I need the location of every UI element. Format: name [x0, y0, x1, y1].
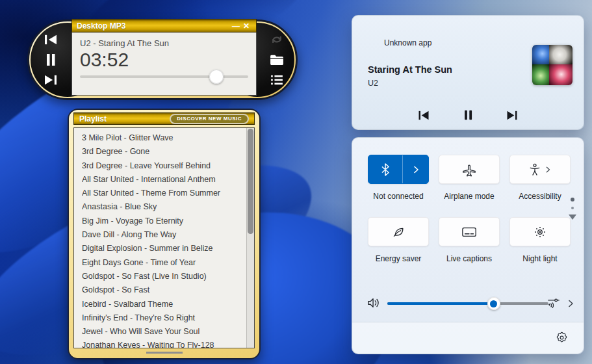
media-next-button[interactable]	[505, 109, 519, 122]
playlist-item[interactable]: Jonathan Keyes - Waiting To Fly-128	[82, 339, 241, 348]
energy-saver-tile[interactable]	[368, 217, 429, 246]
leaf-icon	[391, 225, 405, 239]
audio-output-chevron-icon[interactable]	[567, 298, 574, 310]
playlist-item[interactable]: 3rd Degree - Leave Yourself Behind	[82, 159, 241, 173]
live-captions-tile-label: Live captions	[446, 254, 492, 263]
quick-settings-pager	[569, 198, 576, 220]
next-icon	[506, 110, 519, 121]
album-art-quadrant	[532, 45, 549, 64]
player-titlebar[interactable]: Desktop MP3 — ✕	[71, 19, 257, 32]
previous-icon	[417, 110, 430, 121]
folder-icon	[270, 54, 284, 66]
player-content: U2 - Staring At The Sun 03:52	[71, 32, 257, 96]
playlist-item[interactable]: Anastasia - Blue Sky	[82, 200, 241, 214]
desktop: Desktop MP3 — ✕ U2 - Staring At The Sun …	[0, 0, 592, 364]
bluetooth-toggle[interactable]	[368, 155, 402, 183]
playlist-item[interactable]: Goldspot - So Fast (Live In Studio)	[82, 270, 241, 283]
volume-thumb[interactable]	[487, 297, 500, 310]
repeat-button[interactable]	[268, 32, 285, 47]
album-art	[532, 45, 573, 85]
album-art-quadrant	[549, 45, 573, 64]
playlist-window: Playlist DISCOVER NEW MUSIC 3 Mile Pilot…	[68, 109, 261, 359]
volume-fill	[387, 302, 494, 305]
pause-icon	[44, 53, 57, 66]
playlist-item[interactable]: Goldspot - So Fast	[82, 283, 241, 297]
pager-dot[interactable]	[571, 207, 574, 209]
playlist-title: Playlist	[79, 114, 170, 124]
playlist-item[interactable]: Dave Dill - Along The Way	[82, 228, 241, 242]
playlist-titlebar[interactable]: Playlist DISCOVER NEW MUSIC	[73, 112, 255, 125]
playlist-item[interactable]: 3 Mile Pilot - Glitter Wave	[82, 131, 241, 145]
airplane-mode-tile[interactable]	[439, 155, 500, 184]
previous-track-button[interactable]	[42, 32, 59, 47]
chevron-right-icon	[545, 166, 551, 173]
seek-slider[interactable]	[80, 70, 248, 84]
audio-output-selector-icon[interactable]	[547, 296, 560, 312]
playlist-item[interactable]: Digital Explosion - Summer in Belize	[82, 242, 241, 255]
media-previous-button[interactable]	[417, 109, 431, 122]
minimize-button[interactable]: —	[231, 21, 241, 31]
playlist-list-container: 3 Mile Pilot - Glitter Wave 3rd Degree -…	[73, 127, 255, 348]
media-artist: U2	[368, 79, 378, 88]
airplane-icon	[462, 162, 476, 177]
bluetooth-icon	[380, 163, 391, 176]
bluetooth-tile-label: Not connected	[373, 192, 423, 201]
media-track-title: Staring At The Sun	[368, 64, 452, 75]
airplane-mode-tile-label: Airplane mode	[444, 192, 494, 201]
playlist-item[interactable]: Jewel - Who Will Save Your Soul	[82, 325, 241, 339]
track-time: 03:52	[80, 49, 248, 71]
playlist-item[interactable]: Infinity's End - They're So Right	[82, 311, 241, 325]
album-art-quadrant	[549, 64, 573, 85]
player-main-window: Desktop MP3 — ✕ U2 - Staring At The Sun …	[71, 19, 257, 96]
playlist-item[interactable]: Icebird - Svalbard Theme	[82, 298, 241, 311]
accessibility-person-icon	[529, 163, 541, 176]
playlist-item[interactable]: 3rd Degree - Gone	[82, 145, 241, 159]
playlist-item[interactable]: All Star United - Theme From Summer	[82, 187, 241, 200]
pause-icon	[463, 109, 474, 121]
media-flyout-card: Unknown app Staring At The Sun U2	[352, 15, 584, 130]
chevron-right-icon	[412, 166, 420, 174]
mp3-player-window: Desktop MP3 — ✕ U2 - Staring At The Sun …	[27, 20, 298, 100]
quick-settings-footer	[352, 322, 584, 354]
captions-icon	[461, 226, 477, 239]
energy-saver-tile-label: Energy saver	[376, 254, 422, 263]
discover-new-music-button[interactable]: DISCOVER NEW MUSIC	[170, 114, 249, 124]
media-pause-button[interactable]	[461, 109, 475, 122]
quick-settings-panel: Not connected Airplane mode Accessibilit…	[352, 137, 584, 354]
previous-icon	[44, 34, 58, 46]
volume-row	[352, 296, 584, 311]
night-light-tile[interactable]	[509, 217, 571, 246]
accessibility-tile-label: Accessibility	[519, 192, 561, 201]
open-file-button[interactable]	[268, 53, 285, 67]
accessibility-tile[interactable]	[509, 155, 571, 184]
bluetooth-tile[interactable]	[368, 155, 429, 184]
settings-gear-icon[interactable]	[556, 332, 568, 346]
playlist-item[interactable]: Eight Days Gone - Time of Year	[82, 256, 241, 270]
bluetooth-expand[interactable]	[402, 155, 428, 183]
playlist-scrollbar[interactable]	[246, 128, 254, 348]
playlist-resize-grip[interactable]	[146, 352, 183, 354]
now-playing-track: U2 - Staring At The Sun	[80, 38, 248, 48]
pager-expand-arrow-icon[interactable]	[569, 214, 576, 220]
player-window-title: Desktop MP3	[77, 21, 231, 31]
playlist-item[interactable]: All Star United - International Anthem	[82, 173, 241, 187]
playlist-scrollbar-thumb[interactable]	[248, 129, 253, 234]
night-light-tile-label: Night light	[522, 254, 557, 263]
playlist-icon	[270, 75, 283, 85]
next-track-button[interactable]	[42, 73, 59, 87]
speaker-icon[interactable]	[367, 296, 381, 312]
pause-button[interactable]	[42, 53, 59, 67]
playlist-item[interactable]: Big Jim - Voyage To Eternity	[82, 214, 241, 228]
album-art-quadrant	[532, 64, 549, 85]
repeat-icon	[270, 34, 283, 45]
volume-slider[interactable]	[387, 297, 548, 310]
pager-dot-active[interactable]	[571, 198, 574, 202]
live-captions-tile[interactable]	[439, 217, 500, 246]
media-controls	[352, 109, 584, 122]
playlist-toggle-button[interactable]	[268, 73, 285, 87]
night-light-icon	[534, 226, 547, 239]
media-app-name: Unknown app	[384, 38, 431, 47]
playlist-items: 3 Mile Pilot - Glitter Wave 3rd Degree -…	[74, 128, 254, 348]
seek-thumb[interactable]	[209, 70, 224, 84]
close-button[interactable]: ✕	[241, 21, 251, 31]
